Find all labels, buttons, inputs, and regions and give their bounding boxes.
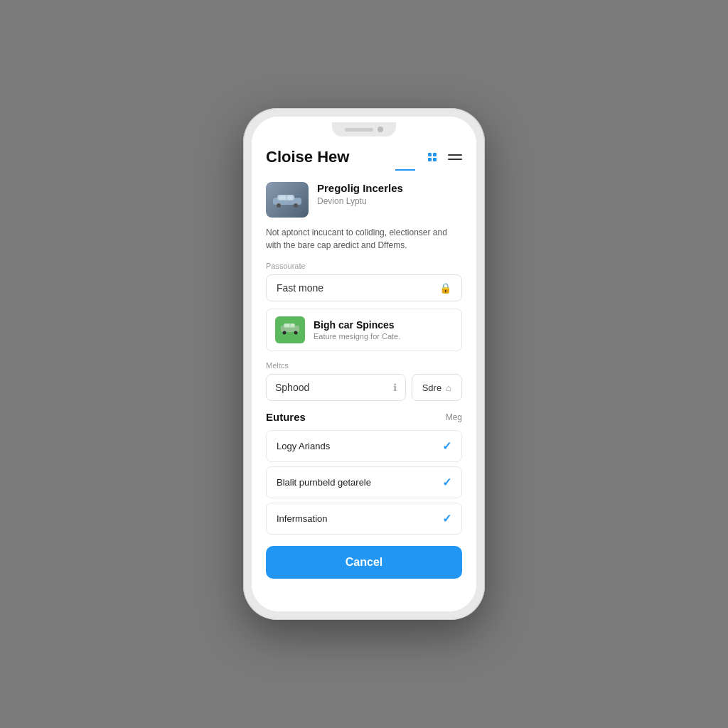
check-item-label-1: Blalit purnbeld getarele — [277, 477, 371, 488]
hamburger-icon[interactable] — [448, 154, 462, 160]
notch-bar — [252, 117, 476, 139]
listing-title: Pregolig Incerles — [317, 182, 462, 195]
eutures-title: Eutures — [266, 411, 306, 423]
header-icons — [428, 153, 462, 161]
notch — [332, 122, 396, 136]
svg-rect-5 — [287, 196, 293, 200]
passourate-section: Passourate Fast mone 🔒 — [252, 262, 476, 351]
metrics-input-value: Sphood — [275, 382, 309, 393]
camera — [378, 127, 383, 132]
metrics-btn-label: Sdre — [422, 382, 441, 393]
car-thumbnail — [266, 182, 309, 218]
check-icon-2: ✓ — [442, 512, 451, 525]
check-item-1[interactable]: Blalit purnbeld getarele ✓ — [266, 466, 462, 498]
cancel-btn-wrap: Cancel — [252, 539, 476, 584]
phone-device: Cloise Hew — [243, 108, 485, 620]
check-icon-1: ✓ — [442, 476, 451, 489]
listing-subtitle: Devion Lyptu — [317, 196, 462, 206]
eutures-meg: Meg — [446, 412, 462, 422]
lock-icon: 🔒 — [439, 282, 451, 294]
screen-content: Cloise Hew — [252, 139, 476, 611]
feature-text: Bigh car Spinces Eature mesigng for Cate… — [314, 319, 453, 341]
car-image — [266, 182, 309, 218]
passourate-value: Fast mone — [277, 282, 323, 294]
metrics-button[interactable]: Sdre ⌂ — [412, 374, 462, 401]
feature-card[interactable]: Bigh car Spinces Eature mesigng for Cate… — [266, 309, 462, 351]
feature-title: Bigh car Spinces — [314, 319, 453, 331]
svg-rect-11 — [291, 323, 294, 326]
eutures-header: Eutures Meg — [266, 411, 462, 423]
metrics-label: Meltcs — [266, 361, 462, 370]
feature-icon-wrap — [275, 316, 305, 343]
metrics-row: Sphood ℹ Sdre ⌂ — [266, 374, 462, 401]
listing-description: Not aptonct incucant to coliding, electi… — [252, 226, 476, 262]
feature-car-icon — [280, 322, 300, 338]
svg-point-9 — [294, 331, 298, 334]
svg-point-3 — [294, 203, 298, 208]
svg-rect-10 — [284, 323, 289, 326]
app-header: Cloise Hew — [252, 139, 476, 166]
passourate-input[interactable]: Fast mone 🔒 — [266, 274, 462, 301]
check-item-0[interactable]: Logy Ariands ✓ — [266, 430, 462, 462]
speaker — [345, 128, 373, 132]
info-icon: ℹ — [393, 382, 397, 393]
listing-info: Pregolig Incerles Devion Lyptu — [317, 182, 462, 206]
grid-icon[interactable] — [428, 153, 437, 161]
app-title: Cloise Hew — [266, 148, 349, 166]
phone-screen: Cloise Hew — [252, 117, 476, 611]
car-svg-icon — [272, 192, 303, 208]
eutures-section: Eutures Meg Logy Ariands ✓ Blalit purnbe… — [252, 411, 476, 535]
cancel-button[interactable]: Cancel — [266, 546, 462, 579]
home-icon: ⌂ — [446, 382, 451, 393]
passourate-label: Passourate — [266, 262, 462, 270]
listing-card: Pregolig Incerles Devion Lyptu — [252, 171, 476, 226]
metrics-input[interactable]: Sphood ℹ — [266, 374, 406, 401]
check-item-2[interactable]: Infermsation ✓ — [266, 503, 462, 535]
svg-point-2 — [277, 203, 281, 208]
feature-subtitle: Eature mesigng for Cate. — [314, 332, 453, 341]
check-icon-0: ✓ — [442, 439, 451, 453]
svg-point-8 — [283, 331, 287, 334]
svg-rect-4 — [279, 196, 286, 200]
check-item-label-0: Logy Ariands — [277, 441, 330, 451]
metrics-section: Meltcs Sphood ℹ Sdre ⌂ — [252, 361, 476, 401]
check-item-label-2: Infermsation — [277, 513, 328, 524]
